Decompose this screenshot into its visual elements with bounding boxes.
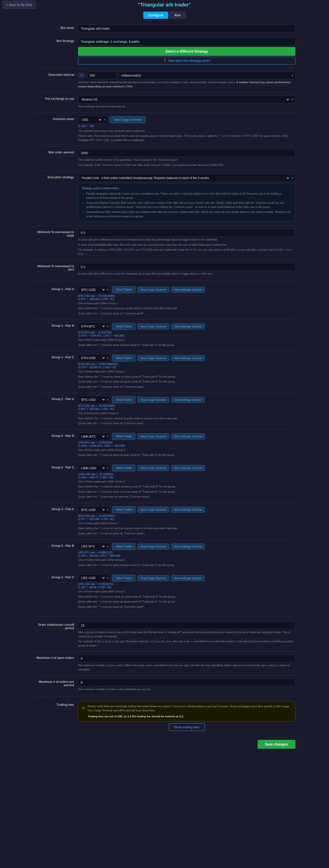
pair-select-group3_pairA[interactable]: BTC-USD xyxy=(78,506,106,514)
view-coygo-btn-group3_pairA[interactable]: View Coygo Screener xyxy=(137,507,169,513)
view-coygo-screener-common-button[interactable]: View Coygo Screener xyxy=(110,116,146,123)
group-pair-label-group2_pairC: Group 2 - Pair C xyxy=(34,464,78,469)
strategy-bullet-1: Sequential Market Common Start submits e… xyxy=(86,201,292,209)
pair-select-arrow-group2_pairC: ▾ xyxy=(106,465,110,471)
pair-select-wrap-group2_pairB[interactable]: LINK-BTC ▾ xyxy=(78,433,110,440)
view-arb-btn-group2_pairA[interactable]: View Arbitrage Scanner xyxy=(171,397,205,403)
view-charts-btn-group2_pairB[interactable]: View Charts xyxy=(112,433,136,440)
rate-line2-group3_pairC: (1 LRC = ~$0.39, 1 USD = $1) xyxy=(78,586,295,589)
pair-select-wrap-group2_pairC[interactable]: LINK-USD ▾ xyxy=(78,464,110,472)
min-overvalued-alert-hint: A cross-rate (price difference) must be … xyxy=(78,272,295,276)
save-changes-button[interactable]: Save changes xyxy=(258,740,295,749)
max-orders-per-second-hint: The maximum number of orders to be submi… xyxy=(78,687,295,691)
view-arb-btn-group1_pairB[interactable]: View Arbitrage Scanner xyxy=(171,323,205,330)
min-overvalued-trade-input[interactable] xyxy=(78,229,295,237)
view-arb-btn-group3_pairA[interactable]: View Arbitrage Scanner xyxy=(171,507,205,513)
max-open-orders-label: Maximum # of open orders xyxy=(34,655,78,659)
execution-strategy-label: Execution strategy xyxy=(34,174,78,179)
view-charts-btn-group3_pairB[interactable]: View Charts xyxy=(112,543,136,550)
exchange-select-wrap[interactable]: Binance US ▾ xyxy=(78,96,295,103)
view-charts-btn-group3_pairA[interactable]: View Charts xyxy=(112,506,136,513)
execution-strategy-select-wrap[interactable]: Parallel Limit - 3 limit orders submitte… xyxy=(78,174,295,182)
pair-select-group1_pairA[interactable]: BTC-USD xyxy=(78,286,106,293)
pair-select-group3_pairC[interactable]: LRC-USD xyxy=(78,575,106,582)
view-coygo-btn-group2_pairB[interactable]: View Coygo Screener xyxy=(137,433,169,439)
view-charts-btn-group2_pairC[interactable]: View Charts xyxy=(112,465,136,471)
rate-line2-group2_pairA: (1 BTC = ~$20,358, 1 USD = $1) xyxy=(78,408,295,410)
pair-select-group3_pairB[interactable]: LRC-BTC xyxy=(78,543,106,550)
pair-select-group2_pairC[interactable]: LINK-USD xyxy=(78,465,106,472)
execution-interval-label: Execution interval xyxy=(34,72,78,76)
min-overvalued-alert-input[interactable] xyxy=(78,263,295,271)
rate-line1-group2_pairB: (LINK-BTC rate = ~0.00203349 xyxy=(78,441,295,444)
execution-strategy-select[interactable]: Parallel Limit - 3 limit orders submitte… xyxy=(78,174,290,182)
view-charts-btn-group1_pairB[interactable]: View Charts xyxy=(112,323,136,330)
common-asset-select-wrap[interactable]: USD ▾ xyxy=(78,116,108,124)
max-order-hint2: For example: If the "Common asset" is US… xyxy=(78,163,295,167)
bot-strategy-label: Bot Strategy xyxy=(34,38,78,43)
view-charts-btn-group1_pairA[interactable]: View Charts xyxy=(112,286,136,293)
view-arb-btn-group2_pairC[interactable]: View Arbitrage Scanner xyxy=(171,465,205,471)
pair-select-group2_pairB[interactable]: LINK-BTC xyxy=(78,433,106,440)
pair-select-group2_pairA[interactable]: BTC-USD xyxy=(78,396,106,403)
view-coygo-btn-group2_pairA[interactable]: View Coygo Screener xyxy=(137,397,169,403)
pair-select-arrow-group1_pairB: ▾ xyxy=(106,323,110,330)
view-coygo-btn-group1_pairA[interactable]: View Coygo Screener xyxy=(137,287,169,292)
pair-select-group1_pairC[interactable]: ETH-USD xyxy=(78,354,106,362)
exchange-select[interactable]: Binance US xyxy=(78,96,290,103)
pair-select-wrap-group2_pairA[interactable]: BTC-USD ▾ xyxy=(78,396,110,403)
pair-select-wrap-group1_pairB[interactable]: ETH-BTC ▾ xyxy=(78,322,110,330)
view-coygo-btn-group2_pairC[interactable]: View Coygo Screener xyxy=(137,465,169,471)
bot-name-label: Bot name xyxy=(34,25,78,30)
hint4-group1_pairC: Quote (after the "-") must be same as "C… xyxy=(78,385,295,389)
trading-fees-warning-text: Please verify that your exchange trading… xyxy=(88,704,292,713)
view-arb-btn-group1_pairC[interactable]: View Arbitrage Scanner xyxy=(171,355,205,361)
view-arb-btn-group3_pairB[interactable]: View Arbitrage Scanner xyxy=(171,544,205,550)
hint2-group2_pairB: Quote (after the "-") must be same as ba… xyxy=(78,453,295,457)
show-trading-fees-button[interactable]: Show trading fees xyxy=(169,723,205,731)
view-charts-btn-group1_pairC[interactable]: View Charts xyxy=(112,354,136,362)
view-arb-btn-group1_pairA[interactable]: View Arbitrage Scanner xyxy=(171,287,205,292)
view-coygo-btn-group3_pairC[interactable]: View Coygo Screener xyxy=(137,575,169,581)
interval-unit-select-wrap[interactable]: millisecond(s) ▾ xyxy=(119,72,295,79)
view-coygo-btn-group1_pairC[interactable]: View Coygo Screener xyxy=(137,355,169,361)
interval-input[interactable] xyxy=(87,72,117,79)
view-charts-btn-group3_pairC[interactable]: View Charts xyxy=(112,575,136,582)
view-arb-btn-group2_pairB[interactable]: View Arbitrage Scanner xyxy=(171,433,205,439)
max-open-orders-input[interactable] xyxy=(78,655,295,662)
select-strategy-button[interactable]: Select a different Strategy xyxy=(78,47,295,56)
how-strategy-button[interactable]: ❓ How does this Strategy work? xyxy=(78,57,295,64)
max-orders-per-second-input[interactable] xyxy=(78,679,295,686)
cooloff-input[interactable] xyxy=(78,622,295,629)
exchange-arrow: ▾ xyxy=(290,96,295,103)
common-asset-select[interactable]: USD xyxy=(78,116,102,123)
interval-unit-select[interactable]: millisecond(s) xyxy=(119,72,290,79)
interval-hint: Once per each execution interval the bot… xyxy=(78,80,295,88)
view-arb-btn-group3_pairC[interactable]: View Arbitrage Scanner xyxy=(171,575,205,581)
hint1-group2_pairC: One of three trade pairs within Group 2. xyxy=(78,479,295,484)
tab-configure[interactable]: Configure xyxy=(143,11,168,19)
pair-select-wrap-group1_pairC[interactable]: ETH-USD ▾ xyxy=(78,354,110,362)
pair-select-arrow-group2_pairA: ▾ xyxy=(106,397,110,403)
pair-select-wrap-group1_pairA[interactable]: BTC-USD ▾ xyxy=(78,286,110,293)
hint1-group3_pairA: One of three pairs within Group 3. xyxy=(78,521,295,526)
common-asset-rate: (1 USD = ~$1) xyxy=(78,124,295,128)
pair-select-group1_pairB[interactable]: ETH-BTC xyxy=(78,323,106,330)
common-asset-hint1: The common asset that order amounts will… xyxy=(78,129,295,133)
back-button[interactable]: < Back to My Bots xyxy=(2,1,36,9)
group-pair-row-group2_pairC: Group 2 - Pair C LINK-USD ▾ View Charts … xyxy=(34,463,295,500)
hint1-group1_pairA: One of three pairs within Group 1. xyxy=(78,301,295,306)
bot-name-input[interactable] xyxy=(78,25,295,32)
view-charts-btn-group2_pairA[interactable]: View Charts xyxy=(112,396,136,403)
pair-select-wrap-group3_pairA[interactable]: BTC-USD ▾ xyxy=(78,506,110,514)
view-coygo-btn-group1_pairB[interactable]: View Coygo Screener xyxy=(137,323,169,330)
view-coygo-btn-group3_pairB[interactable]: View Coygo Screener xyxy=(137,544,169,550)
tab-run[interactable]: Run xyxy=(169,11,186,19)
pair-select-wrap-group3_pairC[interactable]: LRC-USD ▾ xyxy=(78,574,110,582)
execution-strategy-arrow: ▾ xyxy=(290,175,295,182)
pair-select-wrap-group3_pairB[interactable]: LRC-BTC ▾ xyxy=(78,542,110,550)
max-order-amount-input[interactable] xyxy=(78,149,295,157)
min-overvalued-trade-hint1: A cross-rate (price difference) must be … xyxy=(78,238,295,242)
question-icon: ❓ xyxy=(163,59,167,62)
hint2-group1_pairB: Quote (after the "-") must be same as ba… xyxy=(78,343,295,347)
